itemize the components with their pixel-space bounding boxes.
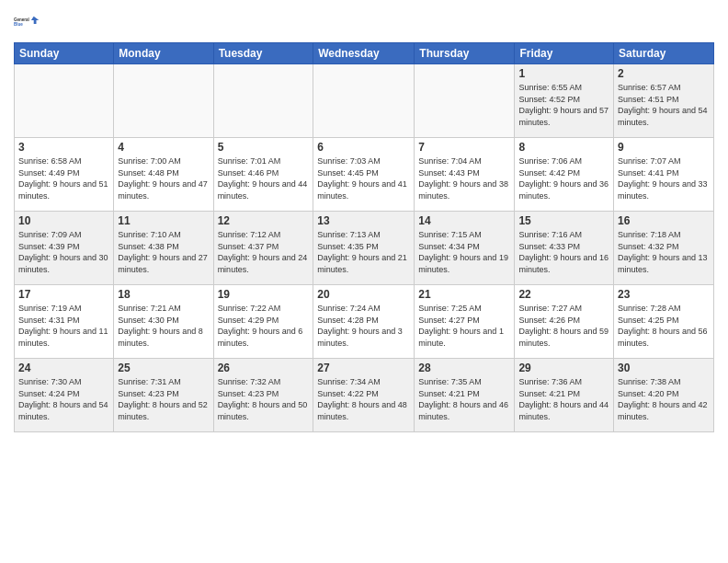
calendar-cell: 17Sunrise: 7:19 AM Sunset: 4:31 PM Dayli… [15,285,114,359]
calendar-cell: 26Sunrise: 7:32 AM Sunset: 4:23 PM Dayli… [213,359,313,432]
day-info: Sunrise: 7:07 AM Sunset: 4:41 PM Dayligh… [618,155,710,201]
calendar-page: GeneralBlue SundayMondayTuesdayWednesday… [0,0,728,563]
logo: GeneralBlue [14,9,40,35]
day-number: 8 [518,141,609,154]
calendar-week-row: 17Sunrise: 7:19 AM Sunset: 4:31 PM Dayli… [15,285,714,359]
day-info: Sunrise: 7:31 AM Sunset: 4:23 PM Dayligh… [118,376,209,422]
calendar-table: SundayMondayTuesdayWednesdayThursdayFrid… [14,42,714,432]
day-number: 11 [118,214,209,227]
day-info: Sunrise: 7:30 AM Sunset: 4:24 PM Dayligh… [18,376,109,422]
calendar-week-row: 10Sunrise: 7:09 AM Sunset: 4:39 PM Dayli… [15,212,714,285]
day-number: 15 [518,214,609,227]
svg-text:Blue: Blue [14,22,23,27]
day-info: Sunrise: 7:34 AM Sunset: 4:22 PM Dayligh… [317,376,410,422]
day-info: Sunrise: 6:58 AM Sunset: 4:49 PM Dayligh… [18,155,109,201]
day-info: Sunrise: 7:16 AM Sunset: 4:33 PM Dayligh… [518,229,609,275]
calendar-cell: 20Sunrise: 7:24 AM Sunset: 4:28 PM Dayli… [313,285,415,359]
day-info: Sunrise: 7:22 AM Sunset: 4:29 PM Dayligh… [218,303,310,349]
day-number: 19 [218,288,310,301]
calendar-cell: 6Sunrise: 7:03 AM Sunset: 4:45 PM Daylig… [313,138,415,212]
day-info: Sunrise: 7:01 AM Sunset: 4:46 PM Dayligh… [218,155,310,201]
day-number: 2 [618,67,710,80]
day-info: Sunrise: 7:19 AM Sunset: 4:31 PM Dayligh… [18,303,109,349]
day-info: Sunrise: 7:18 AM Sunset: 4:32 PM Dayligh… [618,229,710,275]
day-info: Sunrise: 7:27 AM Sunset: 4:26 PM Dayligh… [518,303,609,349]
calendar-cell: 19Sunrise: 7:22 AM Sunset: 4:29 PM Dayli… [213,285,313,359]
calendar-cell: 28Sunrise: 7:35 AM Sunset: 4:21 PM Dayli… [415,359,515,432]
day-number: 4 [118,141,209,154]
day-info: Sunrise: 7:00 AM Sunset: 4:48 PM Dayligh… [118,155,209,201]
day-info: Sunrise: 7:13 AM Sunset: 4:35 PM Dayligh… [317,229,410,275]
calendar-cell: 29Sunrise: 7:36 AM Sunset: 4:21 PM Dayli… [515,359,614,432]
day-info: Sunrise: 7:03 AM Sunset: 4:45 PM Dayligh… [317,155,410,201]
calendar-cell [213,64,313,138]
day-number: 22 [518,288,609,301]
day-number: 16 [618,214,710,227]
calendar-cell: 1Sunrise: 6:55 AM Sunset: 4:52 PM Daylig… [515,64,614,138]
logo-icon: GeneralBlue [14,9,40,35]
day-info: Sunrise: 6:57 AM Sunset: 4:51 PM Dayligh… [618,82,710,128]
day-info: Sunrise: 7:04 AM Sunset: 4:43 PM Dayligh… [418,155,510,201]
day-number: 10 [18,214,109,227]
day-header: Wednesday [313,43,415,64]
day-number: 24 [18,362,109,374]
calendar-cell: 8Sunrise: 7:06 AM Sunset: 4:42 PM Daylig… [515,138,614,212]
day-info: Sunrise: 7:10 AM Sunset: 4:38 PM Dayligh… [118,229,209,275]
day-number: 20 [317,288,410,301]
calendar-cell: 16Sunrise: 7:18 AM Sunset: 4:32 PM Dayli… [614,212,714,285]
day-info: Sunrise: 7:32 AM Sunset: 4:23 PM Dayligh… [218,376,310,422]
svg-marker-2 [31,17,39,24]
calendar-cell: 4Sunrise: 7:00 AM Sunset: 4:48 PM Daylig… [114,138,213,212]
calendar-cell [313,64,415,138]
day-info: Sunrise: 7:15 AM Sunset: 4:34 PM Dayligh… [418,229,510,275]
day-info: Sunrise: 6:55 AM Sunset: 4:52 PM Dayligh… [518,82,609,128]
day-number: 1 [518,67,609,80]
day-number: 25 [118,362,209,374]
calendar-cell: 24Sunrise: 7:30 AM Sunset: 4:24 PM Dayli… [15,359,114,432]
day-number: 18 [118,288,209,301]
day-number: 27 [317,362,410,374]
calendar-header-row: SundayMondayTuesdayWednesdayThursdayFrid… [15,43,714,64]
day-info: Sunrise: 7:21 AM Sunset: 4:30 PM Dayligh… [118,303,209,349]
day-number: 14 [418,214,510,227]
day-info: Sunrise: 7:28 AM Sunset: 4:25 PM Dayligh… [618,303,710,349]
calendar-cell [114,64,213,138]
day-info: Sunrise: 7:12 AM Sunset: 4:37 PM Dayligh… [218,229,310,275]
day-info: Sunrise: 7:09 AM Sunset: 4:39 PM Dayligh… [18,229,109,275]
day-number: 21 [418,288,510,301]
day-info: Sunrise: 7:06 AM Sunset: 4:42 PM Dayligh… [518,155,609,201]
day-number: 30 [618,362,710,374]
calendar-cell [415,64,515,138]
calendar-cell: 5Sunrise: 7:01 AM Sunset: 4:46 PM Daylig… [213,138,313,212]
calendar-cell: 3Sunrise: 6:58 AM Sunset: 4:49 PM Daylig… [15,138,114,212]
calendar-cell: 15Sunrise: 7:16 AM Sunset: 4:33 PM Dayli… [515,212,614,285]
day-number: 26 [218,362,310,374]
calendar-week-row: 1Sunrise: 6:55 AM Sunset: 4:52 PM Daylig… [15,64,714,138]
calendar-cell: 27Sunrise: 7:34 AM Sunset: 4:22 PM Dayli… [313,359,415,432]
day-number: 6 [317,141,410,154]
day-info: Sunrise: 7:35 AM Sunset: 4:21 PM Dayligh… [418,376,510,422]
day-number: 29 [518,362,609,374]
calendar-cell: 14Sunrise: 7:15 AM Sunset: 4:34 PM Dayli… [415,212,515,285]
calendar-cell: 21Sunrise: 7:25 AM Sunset: 4:27 PM Dayli… [415,285,515,359]
calendar-cell: 18Sunrise: 7:21 AM Sunset: 4:30 PM Dayli… [114,285,213,359]
header: GeneralBlue [14,9,714,35]
calendar-cell: 10Sunrise: 7:09 AM Sunset: 4:39 PM Dayli… [15,212,114,285]
day-info: Sunrise: 7:24 AM Sunset: 4:28 PM Dayligh… [317,303,410,349]
calendar-cell: 7Sunrise: 7:04 AM Sunset: 4:43 PM Daylig… [415,138,515,212]
day-header: Thursday [415,43,515,64]
day-number: 7 [418,141,510,154]
day-number: 17 [18,288,109,301]
calendar-cell: 11Sunrise: 7:10 AM Sunset: 4:38 PM Dayli… [114,212,213,285]
day-number: 5 [218,141,310,154]
day-number: 9 [618,141,710,154]
day-header: Saturday [614,43,714,64]
day-number: 23 [618,288,710,301]
day-header: Monday [114,43,213,64]
calendar-week-row: 3Sunrise: 6:58 AM Sunset: 4:49 PM Daylig… [15,138,714,212]
day-number: 3 [18,141,109,154]
calendar-week-row: 24Sunrise: 7:30 AM Sunset: 4:24 PM Dayli… [15,359,714,432]
calendar-cell: 30Sunrise: 7:38 AM Sunset: 4:20 PM Dayli… [614,359,714,432]
calendar-cell: 25Sunrise: 7:31 AM Sunset: 4:23 PM Dayli… [114,359,213,432]
day-info: Sunrise: 7:36 AM Sunset: 4:21 PM Dayligh… [518,376,609,422]
